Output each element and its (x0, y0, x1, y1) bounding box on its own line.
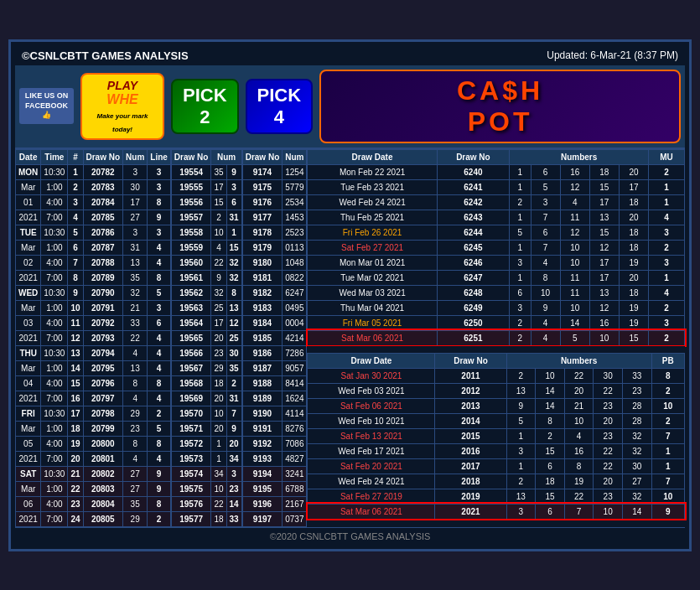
p4-num-cell: 1048 (283, 255, 307, 270)
pick2-section: Draw No Num 1955435919555173195561561955… (171, 149, 242, 527)
pw-line-cell: 2 (148, 511, 171, 526)
pw-date-cell: Mar (16, 179, 41, 194)
cu-num-cell: 10 (560, 300, 589, 315)
table-row: Fri Mar 05 20216250241416193 (308, 315, 685, 330)
pw-num-cell: 23 (123, 421, 148, 436)
table-row: 91755779 (242, 179, 307, 194)
p4-drawno-cell: 9181 (242, 270, 283, 285)
cl-num-cell: 20 (564, 383, 594, 398)
pw-time-cell: 4:00 (41, 315, 68, 330)
pw-drawno-cell: 20794 (83, 345, 123, 360)
pw-line-cell: 5 (148, 285, 171, 300)
table-row: 91956788 (242, 481, 307, 496)
pw-line-cell: 4 (148, 451, 171, 466)
cu-num-cell: 10 (560, 255, 589, 270)
pw-seq-cell: 10 (68, 300, 83, 315)
cu-mu-cell: 2 (649, 330, 685, 345)
table-row: 195692031 (171, 391, 241, 406)
pw-time-cell: 1:00 (41, 179, 68, 194)
p2-col-num: Num (211, 149, 241, 164)
pw-time-cell: 4:00 (41, 436, 68, 451)
table-row: 19561932 (171, 270, 241, 285)
table-row: 064:002320804358 (16, 496, 171, 511)
table-row: 19574343 (171, 466, 241, 481)
logos-row: LIKE US ONFACEBOOK👍 PLAYWHEMake your mar… (15, 65, 685, 149)
cl-pb-cell: 1 (651, 458, 684, 474)
p4-drawno-cell: 9185 (242, 330, 283, 345)
cl-num-cell: 32 (622, 443, 651, 458)
cu-num-cell: 19 (619, 300, 648, 315)
pw-line-cell: 3 (148, 300, 171, 315)
table-row: 91826247 (242, 285, 307, 300)
cu-num-cell: 15 (589, 179, 619, 194)
cl-pb-cell: 9 (651, 504, 684, 519)
cl-num-cell: 23 (594, 489, 623, 504)
p4-drawno-cell: 9196 (242, 496, 283, 511)
p2-num2-cell: 6 (226, 194, 241, 210)
table-row: Mar1:00220783303 (16, 179, 171, 194)
cu-date-cell: Mon Mar 01 2021 (308, 255, 437, 270)
table-row: 19559415 (171, 240, 241, 255)
p4-num-cell: 0495 (283, 300, 307, 315)
p2-num1-cell: 34 (211, 466, 226, 481)
pw-drawno-cell: 20783 (83, 179, 123, 194)
cl-num-cell: 16 (564, 443, 594, 458)
cu-col-drawno: Draw No (437, 149, 510, 164)
cl-num-cell: 22 (564, 368, 594, 383)
playwhe-section: Date Time # Draw No Num Line MON10:30120… (15, 149, 171, 527)
p2-num1-cell: 10 (211, 406, 226, 421)
p2-num2-cell: 14 (226, 496, 241, 511)
pw-time-cell: 4:00 (41, 255, 68, 270)
pw-num-cell: 29 (123, 511, 148, 526)
p2-num1-cell: 22 (211, 496, 226, 511)
cu-num-cell: 3 (510, 300, 531, 315)
pw-time-cell: 4:00 (41, 194, 68, 210)
cl-num-cell: 14 (536, 398, 565, 413)
cl-num-cell: 10 (536, 368, 565, 383)
p2-num2-cell: 3 (226, 466, 241, 481)
cu-date-cell: Sat Feb 27 2021 (308, 240, 437, 255)
pw-seq-cell: 1 (68, 164, 83, 179)
table-row: Thu Feb 25 20216243171113204 (308, 210, 685, 225)
cl-col-pb: PB (651, 353, 684, 368)
p4-drawno-cell: 9177 (242, 210, 283, 225)
section-divider (307, 346, 685, 353)
table-row: Tue Mar 02 20216247181117201 (308, 270, 685, 285)
pw-drawno-cell: 20788 (83, 255, 123, 270)
cu-num-cell: 4 (531, 315, 560, 330)
table-row: 91782523 (242, 225, 307, 240)
pw-line-cell: 9 (148, 210, 171, 225)
p2-num2-cell: 1 (226, 225, 241, 240)
table-row: 91934827 (242, 451, 307, 466)
table-row: 19557231 (171, 210, 241, 225)
pw-time-cell: 4:00 (41, 496, 68, 511)
table-row: 195632513 (171, 300, 241, 315)
cu-date-cell: Mon Feb 22 2021 (308, 164, 437, 179)
pw-drawno-cell: 20799 (83, 421, 123, 436)
table-row: 044:00152079688 (16, 375, 171, 391)
p2-drawno-cell: 19569 (171, 391, 211, 406)
pw-num-cell: 3 (123, 164, 148, 179)
cl-col-numbers: Numbers (506, 353, 651, 368)
cl-drawno-cell: 2015 (435, 428, 506, 443)
cl-num-cell: 22 (594, 458, 623, 474)
pw-line-cell: 9 (148, 481, 171, 496)
p2-num2-cell: 20 (226, 436, 241, 451)
cl-num-cell: 2 (506, 368, 536, 383)
table-row: 19554359 (171, 164, 241, 179)
cu-num-cell: 17 (619, 179, 648, 194)
cu-num-cell: 12 (560, 225, 589, 240)
cl-pb-cell: 10 (651, 398, 684, 413)
table-row: Wed Feb 17 202120163151622321 (308, 443, 685, 458)
p4-num-cell: 4827 (283, 451, 307, 466)
cu-drawno-cell: 6240 (437, 164, 510, 179)
table-row: 91801048 (242, 255, 307, 270)
cl-num-cell: 7 (564, 504, 594, 519)
pick2-table: Draw No Num 1955435919555173195561561955… (171, 149, 242, 527)
cl-num-cell: 10 (594, 504, 623, 519)
table-row: 195602232 (171, 255, 241, 270)
pw-line-cell: 8 (148, 270, 171, 285)
pw-date-cell: 04 (16, 375, 41, 391)
cu-num-cell: 4 (531, 255, 560, 270)
pw-seq-cell: 23 (68, 496, 83, 511)
